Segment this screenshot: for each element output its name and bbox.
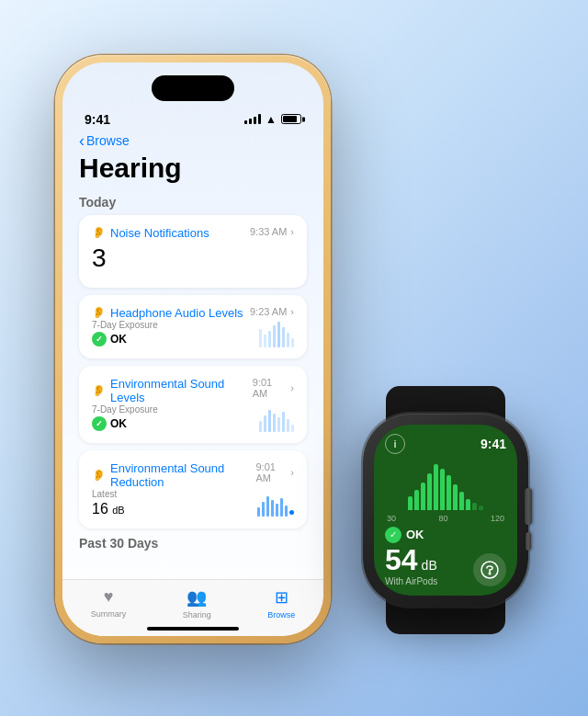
ear-icon: 👂 bbox=[92, 306, 106, 319]
sound-bar bbox=[414, 490, 419, 510]
watch-crown bbox=[525, 488, 532, 525]
sound-level-bars bbox=[385, 463, 506, 510]
watch-time: 9:41 bbox=[481, 437, 506, 451]
sound-bar bbox=[453, 484, 458, 510]
sound-bar bbox=[459, 492, 464, 510]
chevron-right-icon: › bbox=[290, 382, 294, 393]
card-header: 👂 Headphone Audio Levels 9:23 AM › bbox=[92, 306, 294, 320]
sound-bar bbox=[466, 499, 470, 510]
exposure-label: 7-Day Exposure bbox=[92, 320, 158, 330]
chevron-right-icon: › bbox=[290, 306, 294, 317]
db-unit: dB bbox=[422, 558, 437, 573]
home-indicator bbox=[147, 627, 239, 631]
card-title: 👂 Noise Notifications bbox=[92, 226, 209, 240]
signal-icon bbox=[244, 114, 261, 124]
card-headphone-audio[interactable]: 👂 Headphone Audio Levels 9:23 AM › 7-Day… bbox=[79, 295, 307, 358]
watch-status-row: ✓ OK bbox=[385, 527, 506, 543]
db-reading: 16 dB bbox=[92, 501, 125, 517]
apple-watch: i 9:41 bbox=[340, 386, 551, 634]
watch-case: i 9:41 bbox=[363, 414, 528, 607]
sound-bar bbox=[472, 503, 477, 510]
ok-badge: ✓ OK bbox=[92, 332, 158, 347]
heart-icon: ♥ bbox=[104, 587, 114, 607]
status-time: 9:41 bbox=[85, 112, 110, 127]
svg-point-1 bbox=[489, 572, 492, 574]
ear-icon: 👂 bbox=[92, 384, 106, 397]
card-title: 👂 Environmental Sound Reduction bbox=[92, 461, 255, 489]
dynamic-island bbox=[152, 75, 234, 101]
airpods-icon bbox=[473, 553, 506, 586]
ok-circle-icon: ✓ bbox=[385, 527, 401, 543]
status-bar: 9:41 ▲ bbox=[62, 103, 323, 132]
sound-bar bbox=[440, 469, 445, 510]
card-header: 👂 Noise Notifications 9:33 AM › bbox=[92, 226, 294, 240]
sound-bar bbox=[479, 506, 483, 510]
battery-icon bbox=[281, 114, 301, 124]
sound-bar bbox=[408, 496, 413, 510]
latest-label: Latest bbox=[92, 489, 125, 499]
sound-bar bbox=[434, 464, 438, 510]
exposure-label: 7-Day Exposure bbox=[92, 404, 158, 415]
ok-status: OK bbox=[406, 528, 424, 541]
page-title: Hearing bbox=[79, 153, 307, 184]
sound-bar bbox=[447, 475, 451, 510]
sound-bar bbox=[421, 483, 425, 510]
wifi-icon: ▲ bbox=[266, 113, 277, 126]
card-body: 7-Day Exposure ✓ OK bbox=[92, 320, 294, 347]
card-environmental-sound-levels[interactable]: 👂 Environmental Sound Levels 9:01 AM › 7… bbox=[79, 366, 307, 443]
card-environmental-sound-reduction[interactable]: 👂 Environmental Sound Reduction 9:01 AM … bbox=[79, 450, 307, 528]
iphone: 9:41 ▲ Browse Hearing bbox=[55, 55, 331, 643]
card-time: 9:33 AM bbox=[250, 226, 287, 237]
sharing-icon: 👥 bbox=[187, 587, 207, 608]
watch-db-row: 54 dB With AirPods bbox=[385, 545, 506, 586]
card-time: 9:01 AM bbox=[253, 377, 288, 399]
notification-count: 3 bbox=[92, 244, 294, 273]
iphone-screen: 9:41 ▲ Browse Hearing bbox=[62, 63, 323, 636]
ear-icon: 👂 bbox=[92, 226, 106, 239]
card-title: 👂 Headphone Audio Levels bbox=[92, 306, 243, 320]
airpods-label: With AirPods bbox=[385, 576, 437, 586]
card-header: 👂 Environmental Sound Levels 9:01 AM › bbox=[92, 377, 294, 404]
grid-icon: ⊞ bbox=[275, 587, 288, 608]
chevron-right-icon: › bbox=[290, 467, 294, 478]
tab-sharing[interactable]: 👥 Sharing bbox=[183, 587, 211, 619]
section-past: Past 30 Days bbox=[79, 536, 307, 551]
mini-chart bbox=[257, 489, 294, 517]
status-icons: ▲ bbox=[244, 113, 301, 126]
tab-summary[interactable]: ♥ Summary bbox=[91, 587, 127, 619]
card-time: 9:23 AM bbox=[250, 306, 287, 317]
data-point-dot bbox=[289, 510, 294, 515]
chevron-right-icon: › bbox=[290, 226, 294, 237]
mini-chart bbox=[259, 320, 294, 347]
card-time: 9:01 AM bbox=[255, 461, 287, 483]
card-body: Latest 16 dB bbox=[92, 489, 294, 517]
card-body: 7-Day Exposure ✓ OK bbox=[92, 404, 294, 432]
info-button[interactable]: i bbox=[385, 434, 405, 454]
card-header: 👂 Environmental Sound Reduction 9:01 AM … bbox=[92, 461, 294, 489]
card-noise-notifications[interactable]: 👂 Noise Notifications 9:33 AM › 3 bbox=[79, 215, 307, 288]
phone-content: Browse Hearing Today 👂 Noise Notificatio… bbox=[62, 132, 323, 551]
sound-scale: 30 80 120 bbox=[385, 514, 506, 523]
back-navigation[interactable]: Browse bbox=[79, 132, 307, 149]
ear-icon: 👂 bbox=[92, 469, 106, 482]
section-today: Today bbox=[79, 195, 307, 210]
watch-top-row: i 9:41 bbox=[385, 434, 506, 454]
card-title: 👂 Environmental Sound Levels bbox=[92, 377, 253, 404]
ok-badge: ✓ OK bbox=[92, 416, 158, 431]
watch-screen: i 9:41 bbox=[374, 425, 517, 596]
ok-icon: ✓ bbox=[92, 332, 107, 347]
tab-browse[interactable]: ⊞ Browse bbox=[267, 587, 295, 619]
sound-bar bbox=[427, 473, 432, 510]
watch-side-button bbox=[526, 532, 531, 551]
db-value: 54 bbox=[385, 545, 418, 574]
ok-icon: ✓ bbox=[92, 416, 107, 431]
mini-chart bbox=[259, 404, 294, 432]
